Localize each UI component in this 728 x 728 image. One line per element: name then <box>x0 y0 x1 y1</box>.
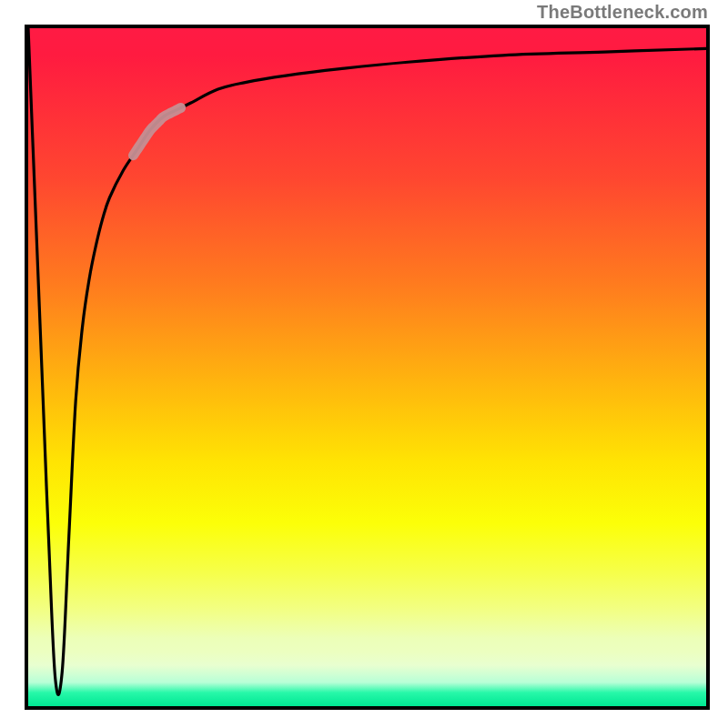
curve-svg <box>28 28 706 706</box>
plot-area <box>25 25 710 710</box>
watermark-text: TheBottleneck.com <box>537 2 708 23</box>
bottleneck-curve-accent <box>133 108 180 156</box>
chart-stage: TheBottleneck.com <box>0 0 728 728</box>
bottleneck-curve-line <box>28 28 706 694</box>
